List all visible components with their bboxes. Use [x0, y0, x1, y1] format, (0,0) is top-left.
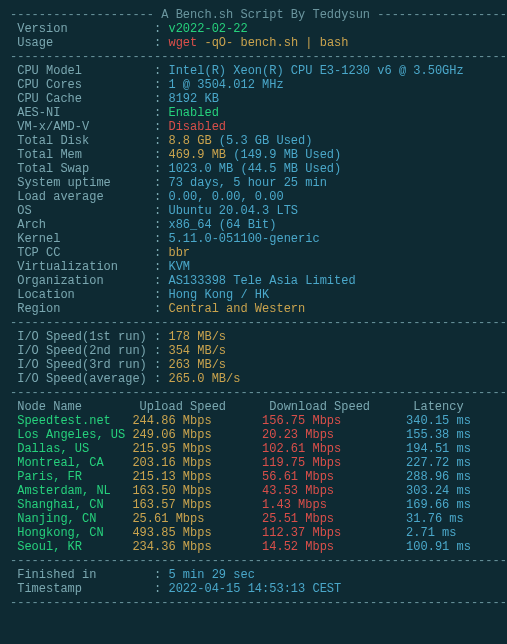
latency: 100.91 ms — [406, 540, 471, 554]
kernel-value: 5.11.0-051100-generic — [168, 232, 319, 246]
load-label: Load average — [10, 190, 154, 204]
usage-bench: bench.sh — [240, 36, 305, 50]
download-speed: 112.37 Mbps — [262, 526, 406, 540]
cpu-cores-row: CPU Cores : 1 @ 3504.012 MHz — [10, 78, 497, 92]
aesni-row: AES-NI : Enabled — [10, 106, 497, 120]
vmx-label: VM-x/AMD-V — [10, 120, 154, 134]
speedtest-row: Los Angeles, US 249.06 Mbps 20.23 Mbps 1… — [10, 428, 497, 442]
tcpcc-label: TCP CC — [10, 246, 154, 260]
swap-used: (44.5 MB Used) — [240, 162, 341, 176]
speedtest-row: Dallas, US 215.95 Mbps 102.61 Mbps 194.5… — [10, 442, 497, 456]
kernel-label: Kernel — [10, 232, 154, 246]
tcpcc-value: bbr — [168, 246, 190, 260]
latency: 194.51 ms — [406, 442, 471, 456]
virt-row: Virtualization : KVM — [10, 260, 497, 274]
usage-bash: bash — [312, 36, 348, 50]
download-speed: 14.52 Mbps — [262, 540, 406, 554]
usage-row: Usage : wget -qO- bench.sh | bash — [10, 36, 497, 50]
latency: 227.72 ms — [406, 456, 471, 470]
vmx-value: Disabled — [168, 120, 226, 134]
region-value: Central and Western — [168, 302, 305, 316]
region-row: Region : Central and Western — [10, 302, 497, 316]
upload-speed: 234.36 Mbps — [132, 540, 262, 554]
download-speed: 20.23 Mbps — [262, 428, 406, 442]
vmx-row: VM-x/AMD-V : Disabled — [10, 120, 497, 134]
uptime-value: 73 days, 5 hour 25 min — [168, 176, 326, 190]
loc-label: Location — [10, 288, 154, 302]
latency: 288.96 ms — [406, 470, 471, 484]
arch-label: Arch — [10, 218, 154, 232]
latency: 155.38 ms — [406, 428, 471, 442]
node-name: Los Angeles, US — [10, 428, 132, 442]
aesni-value: Enabled — [168, 106, 218, 120]
usage-wget: wget — [168, 36, 197, 50]
speedtest-row: Seoul, KR 234.36 Mbps 14.52 Mbps 100.91 … — [10, 540, 497, 554]
separator: ----------------------------------------… — [10, 386, 497, 400]
speedtest-row: Montreal, CA 203.16 Mbps 119.75 Mbps 227… — [10, 456, 497, 470]
node-name: Nanjing, CN — [10, 512, 132, 526]
upload-speed: 163.57 Mbps — [132, 498, 262, 512]
disk-value: 8.8 GB — [168, 134, 218, 148]
mem-label: Total Mem — [10, 148, 154, 162]
speedtest-row: Shanghai, CN 163.57 Mbps 1.43 Mbps 169.6… — [10, 498, 497, 512]
timestamp-row: Timestamp : 2022-04-15 14:53:13 CEST — [10, 582, 497, 596]
io2-row: I/O Speed(2nd run) : 354 MB/s — [10, 344, 497, 358]
aesni-label: AES-NI — [10, 106, 154, 120]
upload-speed: 25.61 Mbps — [132, 512, 262, 526]
node-name: Hongkong, CN — [10, 526, 132, 540]
usage-opts: -qO- — [197, 36, 240, 50]
io1-row: I/O Speed(1st run) : 178 MB/s — [10, 330, 497, 344]
cpu-cores-label: CPU Cores — [10, 78, 154, 92]
io1-label: I/O Speed(1st run) — [10, 330, 154, 344]
virt-value: KVM — [168, 260, 190, 274]
net-header: Node Name Upload Speed Download Speed La… — [10, 400, 497, 414]
node-name: Seoul, KR — [10, 540, 132, 554]
colon: : — [154, 22, 168, 36]
loc-value: Hong Kong / HK — [168, 288, 269, 302]
org-row: Organization : AS133398 Tele Asia Limite… — [10, 274, 497, 288]
upload-speed: 244.86 Mbps — [132, 414, 262, 428]
speedtest-row: Amsterdam, NL 163.50 Mbps 43.53 Mbps 303… — [10, 484, 497, 498]
virt-label: Virtualization — [10, 260, 154, 274]
node-name: Paris, FR — [10, 470, 132, 484]
version-row: Version : v2022-02-22 — [10, 22, 497, 36]
finished-value: 5 min 29 sec — [168, 568, 254, 582]
swap-label: Total Swap — [10, 162, 154, 176]
os-row: OS : Ubuntu 20.04.3 LTS — [10, 204, 497, 218]
upload-speed: 215.95 Mbps — [132, 442, 262, 456]
separator: ----------------------------------------… — [10, 596, 497, 610]
org-label: Organization — [10, 274, 154, 288]
download-speed: 43.53 Mbps — [262, 484, 406, 498]
io3-row: I/O Speed(3rd run) : 263 MB/s — [10, 358, 497, 372]
os-label: OS — [10, 204, 154, 218]
load-row: Load average : 0.00, 0.00, 0.00 — [10, 190, 497, 204]
download-speed: 25.51 Mbps — [262, 512, 406, 526]
arch-value: x86_64 (64 Bit) — [168, 218, 276, 232]
mem-row: Total Mem : 469.9 MB (149.9 MB Used) — [10, 148, 497, 162]
mem-value: 469.9 MB — [168, 148, 233, 162]
usage-label: Usage — [10, 36, 154, 50]
download-speed: 102.61 Mbps — [262, 442, 406, 456]
separator: ----------------------------------------… — [10, 316, 497, 330]
ioavg-value: 265.0 MB/s — [168, 372, 240, 386]
download-speed: 119.75 Mbps — [262, 456, 406, 470]
timestamp-value: 2022-04-15 14:53:13 CEST — [168, 582, 341, 596]
cpu-cache-label: CPU Cache — [10, 92, 154, 106]
io3-label: I/O Speed(3rd run) — [10, 358, 154, 372]
ioavg-row: I/O Speed(average) : 265.0 MB/s — [10, 372, 497, 386]
node-name: Dallas, US — [10, 442, 132, 456]
upload-speed: 163.50 Mbps — [132, 484, 262, 498]
uptime-row: System uptime : 73 days, 5 hour 25 min — [10, 176, 497, 190]
speedtest-row: Speedtest.net 244.86 Mbps 156.75 Mbps 34… — [10, 414, 497, 428]
timestamp-label: Timestamp — [10, 582, 154, 596]
speedtest-row: Nanjing, CN 25.61 Mbps 25.51 Mbps 31.76 … — [10, 512, 497, 526]
kernel-row: Kernel : 5.11.0-051100-generic — [10, 232, 497, 246]
io1-value: 178 MB/s — [168, 330, 226, 344]
speedtest-table: Speedtest.net 244.86 Mbps 156.75 Mbps 34… — [10, 414, 497, 554]
speedtest-row: Hongkong, CN 493.85 Mbps 112.37 Mbps 2.7… — [10, 526, 497, 540]
upload-speed: 249.06 Mbps — [132, 428, 262, 442]
io3-value: 263 MB/s — [168, 358, 226, 372]
separator: ----------------------------------------… — [10, 554, 497, 568]
colon: : — [154, 36, 168, 50]
disk-label: Total Disk — [10, 134, 154, 148]
